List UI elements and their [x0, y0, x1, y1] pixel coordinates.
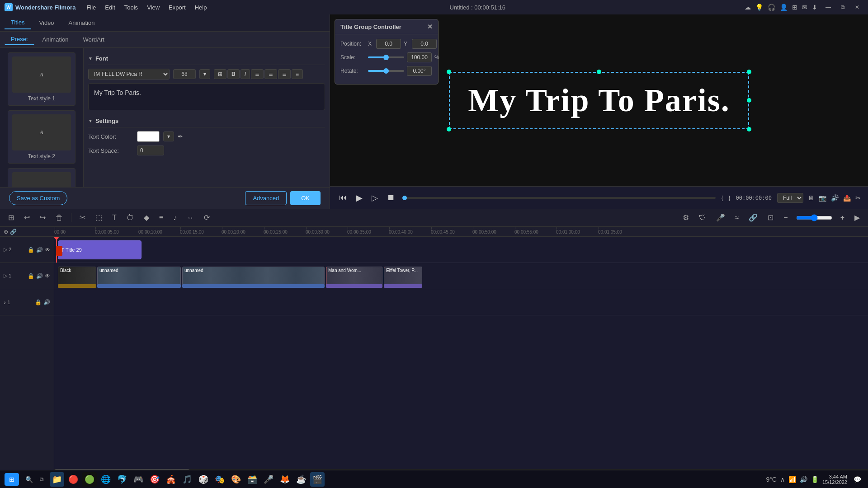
- close-button[interactable]: ✕: [851, 3, 863, 12]
- shield-icon[interactable]: 🛡: [697, 212, 708, 224]
- copy-icon[interactable]: ⬚: [94, 211, 104, 224]
- more-icon[interactable]: ▶: [853, 211, 862, 224]
- app-files[interactable]: 🗃️: [245, 472, 259, 487]
- task-view-button[interactable]: ⧉: [35, 473, 48, 486]
- handle-bottom-left[interactable]: [447, 127, 451, 131]
- track-v-lock-icon[interactable]: 🔒: [28, 273, 34, 279]
- tab-titles[interactable]: Titles: [5, 16, 31, 29]
- app-explorer[interactable]: 📁: [50, 472, 64, 487]
- app-blue[interactable]: 🐬: [115, 472, 129, 487]
- layout-icon[interactable]: ⊞: [6, 211, 16, 224]
- tgc-scale-input[interactable]: [407, 52, 432, 62]
- tray-sound[interactable]: 🔊: [800, 476, 807, 483]
- menu-export[interactable]: Export: [165, 3, 189, 12]
- timeline-content[interactable]: 00:00 00:00:05:00 00:00:10:00 00:00:15:0…: [54, 227, 868, 474]
- user-icon[interactable]: 👤: [780, 4, 788, 11]
- download-icon[interactable]: ⬇: [812, 4, 817, 11]
- handle-right-mid[interactable]: [747, 98, 751, 103]
- red-marker[interactable]: [56, 246, 62, 256]
- menu-file[interactable]: File: [83, 3, 99, 12]
- menu-tools[interactable]: Tools: [121, 3, 142, 12]
- video-clip-unnamed1[interactable]: unnamed: [97, 267, 181, 286]
- motion-icon[interactable]: ↔: [185, 212, 196, 224]
- notifications-button[interactable]: 💬: [851, 473, 863, 486]
- tgc-y-input[interactable]: [412, 39, 437, 49]
- app-game5[interactable]: 🎭: [212, 472, 227, 487]
- redo-icon[interactable]: ↪: [38, 211, 47, 224]
- settings-section-header[interactable]: ▼ Settings: [88, 115, 325, 127]
- audio-icon[interactable]: ♪: [171, 212, 179, 224]
- text-icon[interactable]: T: [110, 212, 118, 224]
- bulb-icon[interactable]: 💡: [755, 4, 763, 11]
- eq-icon[interactable]: ≈: [733, 212, 741, 224]
- headset-icon[interactable]: 🎧: [768, 4, 775, 11]
- color-dropdown-btn[interactable]: ▾: [163, 131, 174, 141]
- video-clip-manwom[interactable]: Man and Wom...: [326, 267, 382, 286]
- align-right-btn[interactable]: ≣: [278, 69, 291, 79]
- handle-bottom-right[interactable]: [747, 127, 751, 131]
- adjust-icon[interactable]: ≡: [157, 212, 165, 224]
- handle-top-mid[interactable]: [597, 70, 601, 74]
- save-custom-button[interactable]: Save as Custom: [9, 191, 67, 205]
- delete-icon[interactable]: 🗑: [54, 212, 65, 224]
- screenshot-icon[interactable]: 📷: [819, 194, 826, 202]
- tab-animation[interactable]: Animation: [62, 17, 101, 29]
- preview-text-container[interactable]: My Trip To Paris.: [449, 72, 749, 129]
- app-nvidia[interactable]: 🟢: [82, 472, 97, 487]
- text-space-input[interactable]: [137, 145, 164, 155]
- stop-button[interactable]: ⏹: [385, 191, 397, 204]
- menu-view[interactable]: View: [143, 3, 163, 12]
- preview-text[interactable]: My Trip To Paris.: [449, 72, 749, 129]
- cloud-icon[interactable]: ☁: [745, 4, 751, 11]
- add-media-icon[interactable]: ⊕: [4, 229, 8, 235]
- app-game4[interactable]: 🎲: [196, 472, 211, 487]
- settings-icon[interactable]: ⚙: [681, 211, 691, 224]
- align-left-btn[interactable]: ≣: [251, 69, 264, 79]
- crop-icon[interactable]: ✂: [855, 194, 861, 202]
- stab-wordart[interactable]: WordArt: [76, 34, 110, 45]
- format-dropdown-btn[interactable]: ▾: [199, 69, 210, 79]
- eyedropper-icon[interactable]: ✒: [178, 133, 183, 140]
- video-clip-unnamed2[interactable]: unnamed: [182, 267, 325, 286]
- justify-btn[interactable]: ≡: [292, 69, 303, 79]
- tgc-rotate-input[interactable]: [407, 66, 432, 76]
- color-swatch[interactable]: [137, 131, 160, 142]
- text-preview[interactable]: My Trip To Paris.: [88, 83, 325, 110]
- grid-format-btn[interactable]: ⊞: [214, 69, 226, 79]
- preset-item-2[interactable]: A Text style 2: [8, 110, 75, 164]
- tab-video[interactable]: Video: [33, 17, 61, 29]
- title-clip[interactable]: T Title 29: [58, 240, 142, 259]
- bracket-left-icon[interactable]: {: [721, 195, 723, 201]
- app-art[interactable]: 🎨: [229, 472, 243, 487]
- link-icon[interactable]: 🔗: [747, 211, 760, 224]
- timer-icon[interactable]: ⏱: [125, 212, 136, 224]
- app-music[interactable]: 🎵: [180, 472, 194, 487]
- zoom-slider[interactable]: [796, 214, 832, 221]
- track-v-mute-icon[interactable]: 🔊: [36, 273, 43, 279]
- export-icon[interactable]: 📤: [843, 194, 851, 202]
- app-mic[interactable]: 🎤: [261, 472, 276, 487]
- paint-icon[interactable]: ◆: [142, 211, 151, 224]
- speaker-icon[interactable]: 🔊: [831, 194, 839, 202]
- grid-icon[interactable]: ⊞: [792, 4, 797, 11]
- mail-icon[interactable]: ✉: [802, 4, 807, 11]
- track-mute-icon[interactable]: 🔊: [36, 247, 43, 253]
- mic-icon[interactable]: 🎤: [714, 211, 727, 224]
- scene-icon[interactable]: ⟳: [202, 211, 212, 224]
- app-chrome[interactable]: 🌐: [99, 472, 113, 487]
- handle-top-right[interactable]: [747, 70, 751, 74]
- link-track-icon[interactable]: 🔗: [10, 229, 17, 235]
- handle-top-left[interactable]: [447, 70, 451, 74]
- stab-animation[interactable]: Animation: [36, 34, 75, 45]
- menu-edit[interactable]: Edit: [101, 3, 118, 12]
- italic-btn[interactable]: I: [241, 69, 250, 79]
- start-button[interactable]: ⊞: [5, 473, 19, 486]
- tgc-rotate-slider[interactable]: [368, 70, 404, 72]
- video-clip-eiffel[interactable]: Eiffel Tower, P...: [384, 267, 422, 286]
- tgc-x-input[interactable]: [376, 39, 401, 49]
- maximize-button[interactable]: ⧉: [836, 3, 849, 12]
- bracket-right-icon[interactable]: }: [729, 195, 731, 201]
- undo-icon[interactable]: ↩: [22, 211, 32, 224]
- skip-back-button[interactable]: ⏮: [337, 191, 349, 204]
- quality-select[interactable]: Full: [777, 193, 803, 203]
